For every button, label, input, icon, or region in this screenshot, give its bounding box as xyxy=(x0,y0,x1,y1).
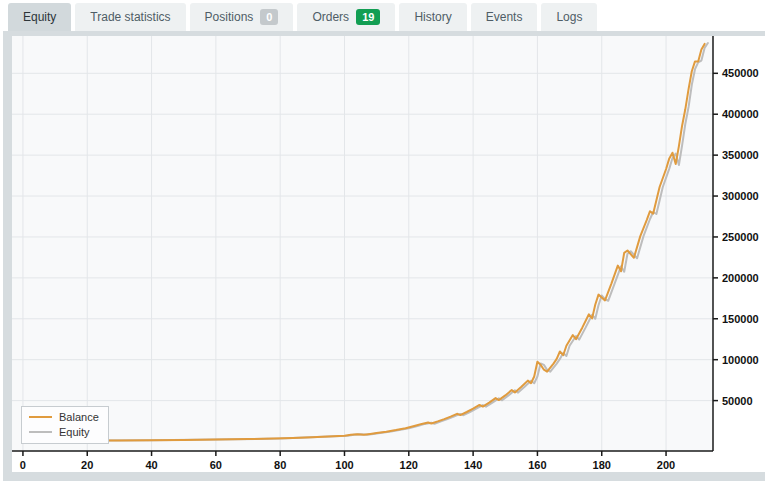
tab-bar: Equity Trade statistics Positions 0 Orde… xyxy=(0,0,765,31)
svg-text:150000: 150000 xyxy=(722,313,759,325)
orders-count-badge: 19 xyxy=(356,9,380,25)
svg-text:400000: 400000 xyxy=(722,108,759,120)
tab-orders[interactable]: Orders 19 xyxy=(297,3,395,31)
tab-equity-label: Equity xyxy=(23,10,56,24)
svg-text:450000: 450000 xyxy=(722,67,759,79)
legend-item-equity: Equity xyxy=(29,426,99,438)
svg-text:40: 40 xyxy=(145,459,157,471)
tab-events[interactable]: Events xyxy=(471,3,538,31)
svg-text:180: 180 xyxy=(593,459,611,471)
equity-chart-canvas: 0204060801001201401601802005000010000015… xyxy=(0,31,765,481)
svg-text:20: 20 xyxy=(81,459,93,471)
legend-equity-label: Equity xyxy=(59,426,90,438)
chart-legend: Balance Equity xyxy=(21,406,109,444)
tab-positions-label: Positions xyxy=(205,10,254,24)
svg-text:0: 0 xyxy=(20,459,26,471)
svg-text:80: 80 xyxy=(274,459,286,471)
tab-orders-label: Orders xyxy=(312,10,349,24)
svg-text:50000: 50000 xyxy=(722,395,753,407)
tab-equity[interactable]: Equity xyxy=(8,3,71,31)
tab-logs-label: Logs xyxy=(556,10,582,24)
svg-text:250000: 250000 xyxy=(722,231,759,243)
tab-positions[interactable]: Positions 0 xyxy=(190,3,294,31)
svg-text:140: 140 xyxy=(464,459,482,471)
svg-text:100000: 100000 xyxy=(722,354,759,366)
tab-history[interactable]: History xyxy=(399,3,466,31)
svg-text:60: 60 xyxy=(210,459,222,471)
tab-history-label: History xyxy=(414,10,451,24)
legend-item-balance: Balance xyxy=(29,411,99,423)
tab-logs[interactable]: Logs xyxy=(541,3,597,31)
legend-balance-label: Balance xyxy=(59,411,99,423)
tab-trade-statistics[interactable]: Trade statistics xyxy=(75,3,185,31)
svg-text:200000: 200000 xyxy=(722,272,759,284)
tab-events-label: Events xyxy=(486,10,523,24)
svg-text:300000: 300000 xyxy=(722,190,759,202)
equity-line-swatch xyxy=(29,431,52,433)
positions-count-badge: 0 xyxy=(260,9,278,25)
svg-text:120: 120 xyxy=(400,459,418,471)
tab-trade-statistics-label: Trade statistics xyxy=(90,10,170,24)
balance-line-swatch xyxy=(29,416,52,418)
svg-text:160: 160 xyxy=(528,459,546,471)
svg-text:200: 200 xyxy=(657,459,675,471)
equity-chart: 0204060801001201401601802005000010000015… xyxy=(0,31,765,481)
svg-text:100: 100 xyxy=(335,459,353,471)
svg-text:350000: 350000 xyxy=(722,149,759,161)
